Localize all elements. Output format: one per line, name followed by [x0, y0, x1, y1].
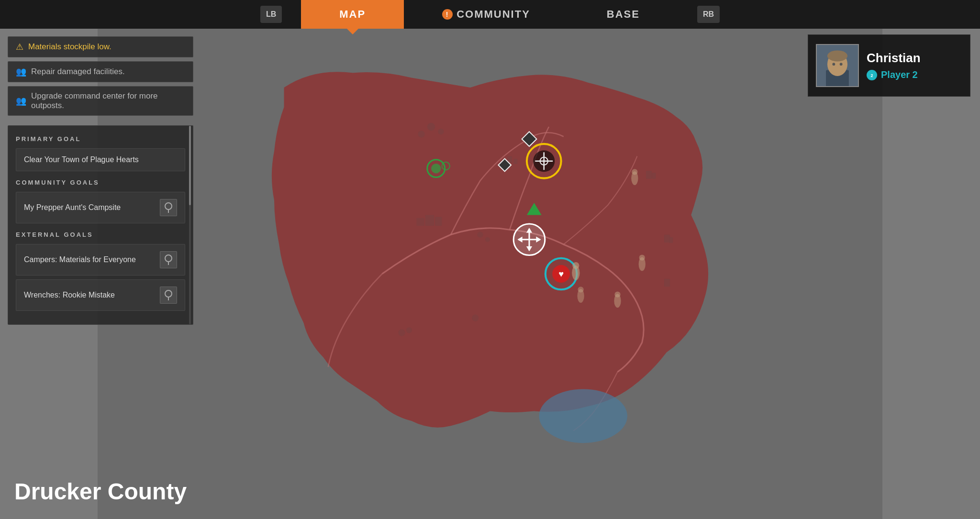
rb-button[interactable]: RB [697, 6, 720, 23]
primary-goal-text: Clear Your Town of Plague Hearts [24, 155, 139, 164]
player-info: Christian 2 Player 2 [867, 51, 962, 80]
player-photo-inner [817, 45, 858, 86]
svg-point-3 [438, 129, 444, 134]
svg-point-29 [431, 164, 441, 174]
svg-point-61 [832, 63, 835, 66]
left-panel: ⚠ Materials stockpile low. 👥 Repair dama… [0, 29, 201, 519]
lb-button[interactable]: LB [260, 6, 282, 23]
svg-point-53 [165, 255, 172, 262]
player-card: Christian 2 Player 2 [808, 34, 970, 97]
svg-rect-8 [652, 173, 656, 178]
svg-point-14 [398, 329, 405, 336]
player-badge-icon: 2 [867, 70, 877, 80]
external-goal-item-1[interactable]: Wrenches: Rookie Mistake [16, 279, 185, 311]
nav-tabs-container: LB Map ! Community Base RB [0, 0, 980, 29]
external-goal-text-1: Wrenches: Rookie Mistake [24, 291, 115, 299]
svg-point-62 [840, 63, 843, 66]
community-goal-title: COMMUNITY GOALS [16, 179, 185, 186]
svg-rect-25 [425, 215, 434, 226]
repair-icon: 👥 [16, 66, 26, 77]
svg-point-16 [472, 315, 479, 321]
location-name-text: Drucker County [14, 479, 187, 504]
svg-point-2 [427, 123, 435, 131]
svg-point-18 [632, 169, 637, 175]
goals-panel: PRIMARY GOAL Clear Your Town of Plague H… [8, 125, 193, 325]
primary-goal-title: PRIMARY GOAL [16, 135, 185, 143]
upgrade-icon: 👥 [16, 96, 26, 106]
svg-point-22 [614, 291, 620, 297]
svg-point-24 [578, 287, 583, 292]
community-goal-item-0[interactable]: My Prepper Aunt's Campsite [16, 192, 185, 223]
repair-notification-text: Repair damaged facilities. [31, 67, 125, 77]
svg-point-15 [406, 327, 412, 333]
external-goal-item-0[interactable]: Campers: Materials for Everyone [16, 244, 185, 276]
notification-upgrade: 👥 Upgrade command center for more outpos… [8, 86, 193, 116]
community-goal-pin-0[interactable] [160, 199, 177, 216]
goals-scrollbar[interactable] [189, 126, 191, 324]
svg-rect-7 [646, 171, 652, 178]
rb-label: RB [703, 10, 714, 19]
top-navigation: LB Map ! Community Base RB [0, 0, 980, 29]
tab-community[interactable]: ! Community [404, 0, 568, 29]
svg-point-5 [477, 232, 483, 237]
notification-repair: 👥 Repair damaged facilities. [8, 61, 193, 82]
svg-rect-10 [669, 237, 673, 243]
primary-goal-item[interactable]: Clear Your Town of Plague Hearts [16, 148, 185, 171]
external-goal-title: EXTERNAL GOALS [16, 231, 185, 238]
notification-materials: ⚠ Materials stockpile low. [8, 36, 193, 57]
materials-notification-text: Materials stockpile low. [28, 42, 111, 52]
community-goal-text-0: My Prepper Aunt's Campsite [24, 203, 121, 212]
player-badge-text: Player 2 [881, 69, 918, 80]
map-tab-label: Map [339, 8, 366, 21]
svg-point-4 [418, 131, 424, 137]
tab-base[interactable]: Base [568, 0, 678, 29]
player-photo [816, 44, 859, 87]
tab-map[interactable]: Map [301, 0, 404, 29]
external-goal-pin-0[interactable] [160, 251, 177, 268]
warning-icon: ⚠ [16, 42, 23, 52]
community-tab-label: Community [457, 8, 530, 21]
base-tab-label: Base [607, 8, 640, 21]
svg-rect-26 [435, 217, 442, 226]
upgrade-notification-text: Upgrade command center for more outposts… [31, 91, 185, 110]
player-badge: 2 Player 2 [867, 69, 962, 80]
svg-text:♥: ♥ [558, 269, 564, 279]
location-name: Drucker County [14, 478, 187, 505]
svg-point-51 [165, 203, 172, 210]
svg-point-6 [485, 237, 490, 242]
svg-text:2: 2 [870, 73, 873, 77]
external-goal-text-0: Campers: Materials for Everyone [24, 255, 136, 264]
svg-point-20 [639, 255, 645, 261]
goals-scrollbar-thumb [189, 126, 191, 205]
lb-label: LB [266, 10, 276, 19]
svg-rect-11 [664, 279, 670, 287]
svg-rect-27 [416, 218, 424, 226]
svg-point-50 [572, 262, 579, 269]
external-goal-pin-1[interactable] [160, 287, 177, 304]
community-alert-icon: ! [442, 9, 453, 20]
svg-point-1 [539, 389, 628, 443]
svg-rect-13 [513, 159, 517, 164]
svg-point-55 [165, 290, 172, 297]
svg-point-60 [827, 50, 847, 61]
player-name: Christian [867, 51, 962, 66]
